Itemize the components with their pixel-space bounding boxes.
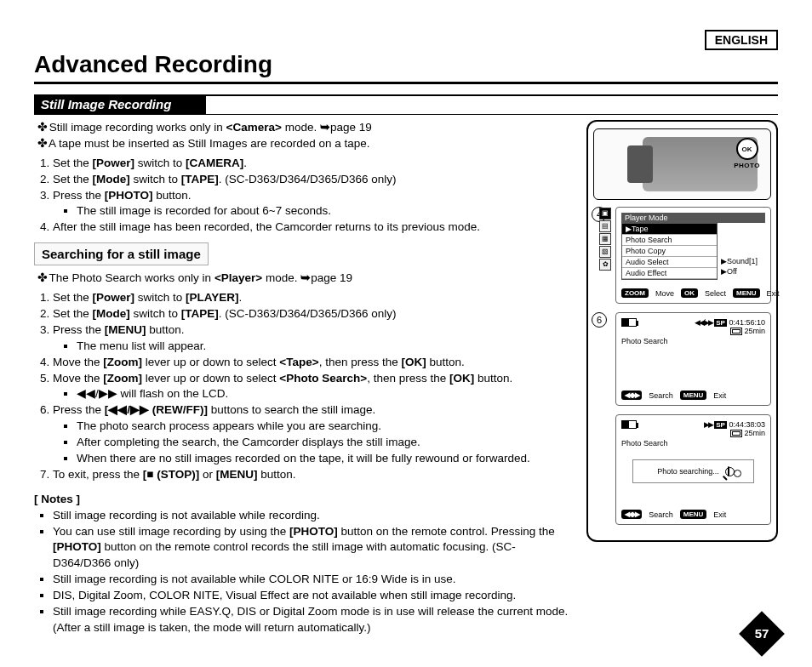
- remain-2: 25min: [744, 429, 765, 437]
- exit-label-2: Exit: [713, 510, 726, 519]
- note-3: Still image recording is not available w…: [53, 572, 574, 588]
- ok-icon: OK: [736, 138, 758, 160]
- menu-item-2: Audio Select: [622, 257, 717, 268]
- step-badge-6: 6: [592, 312, 607, 328]
- menu-icon-column: ▣ ▤ ▦ ▧ ✿: [599, 208, 615, 271]
- searching-text: Photo searching...: [657, 467, 719, 476]
- menu-item-0: Photo Search: [622, 235, 717, 246]
- notes-head: [ Notes ]: [34, 492, 574, 508]
- menu-side-values: ▶Sound[1] ▶Off: [718, 223, 765, 280]
- s6-sub2: After completing the search, the Camcord…: [77, 435, 574, 451]
- panel-search-row: ▶▶ SP 0:44:38:03 25min Photo Search Phot…: [615, 414, 771, 525]
- language-box: ENGLISH: [705, 30, 778, 50]
- sp-badge: SP: [714, 319, 727, 327]
- searching-box: Photo searching...: [632, 459, 755, 483]
- s7: To exit, press the [■ (STOP)] or [MENU] …: [53, 467, 574, 483]
- main-steps: Set the [Power] switch to [CAMERA]. Set …: [34, 156, 574, 236]
- photo-label: PHOTO: [734, 162, 760, 169]
- lead-line-1: ✤ Still image recording works only in <C…: [37, 120, 574, 136]
- search-steps: Set the [Power] switch to [PLAYER]. Set …: [34, 290, 574, 483]
- s3-sub: The menu list will appear.: [77, 339, 574, 355]
- page-badge: 57: [746, 618, 778, 650]
- rewff-pill-2: ◀◀/▶▶: [621, 510, 642, 519]
- note-2: You can use still image recording by usi…: [53, 524, 574, 573]
- side-frame: OK PHOTO 4 ▣ ▤ ▦ ▧ ✿ Player Mode ▶Tape P…: [586, 120, 778, 542]
- sub-heading: Searching for a still image: [34, 242, 209, 265]
- note-4: DIS, Digital Zoom, COLOR NITE, Visual Ef…: [53, 588, 574, 604]
- text-column: ✤ Still image recording works only in <C…: [34, 120, 574, 636]
- s4: Move the [Zoom] lever up or down to sele…: [53, 355, 574, 371]
- search-label-2: Search: [649, 510, 673, 519]
- magnifier-icon: [723, 467, 735, 479]
- step-3-sub: The still image is recorded for about 6~…: [77, 203, 574, 219]
- tape-menu-icon: ▤: [599, 220, 611, 232]
- rewff-pill: ◀◀/▶▶: [621, 391, 642, 400]
- menu-pill-2: MENU: [680, 510, 707, 519]
- timecode-1: 0:41:56:10: [729, 318, 765, 327]
- exit-label: Exit: [767, 289, 780, 298]
- s1: Set the [Power] switch to [PLAYER].: [53, 290, 574, 306]
- move-label: Move: [655, 289, 674, 298]
- menu-item-tape: ▶Tape: [622, 224, 717, 235]
- menu-bottom-bar: ZOOMMove OKSelect MENUExit: [621, 288, 765, 298]
- search-lead: ✤ The Photo Search works only in <Player…: [37, 271, 574, 287]
- s6: Press the [◀◀/▶▶ (REW/FF)] buttons to se…: [53, 402, 574, 467]
- osd-panel-1: ◀◀/▶▶ SP 0:41:56:10 25min Photo Search ◀…: [615, 312, 771, 406]
- camcorder-lens-icon: [627, 145, 653, 183]
- ff-icon: ▶▶: [704, 420, 712, 429]
- step-2: Set the [Mode] switch to [TAPE]. (SC-D36…: [53, 172, 574, 188]
- section-heading: Still Image Recording: [34, 94, 778, 115]
- side-off: ▶Off: [721, 266, 765, 276]
- notes-list: Still image recording is not available w…: [34, 508, 574, 636]
- menu-title: Player Mode: [621, 213, 765, 223]
- mem-icon: ▦: [599, 233, 611, 245]
- sidebar: OK PHOTO 4 ▣ ▤ ▦ ▧ ✿ Player Mode ▶Tape P…: [586, 120, 778, 636]
- select-label: Select: [705, 289, 726, 298]
- step-4: After the still image has been recorded,…: [53, 219, 574, 236]
- osd-panel-2: ▶▶ SP 0:44:38:03 25min Photo Search Phot…: [615, 414, 771, 525]
- sp-badge-2: SP: [714, 421, 727, 429]
- zoom-pill: ZOOM: [621, 288, 649, 298]
- tape-icon-2: [730, 430, 742, 437]
- panel-6-row: 6 ◀◀/▶▶ SP 0:41:56:10 25min Photo Search…: [615, 312, 771, 406]
- disp-icon: ▧: [599, 246, 611, 258]
- battery-icon: [621, 318, 637, 327]
- lead-line-2: ✤ A tape must be inserted as Still Image…: [37, 136, 574, 152]
- page-number: 57: [746, 626, 778, 641]
- timecode-2: 0:44:38:03: [729, 420, 765, 429]
- search-label-1: Search: [649, 391, 673, 400]
- camcorder-illustration: OK PHOTO: [593, 128, 771, 200]
- s5-sub: ◀◀/▶▶ will flash on the LCD.: [77, 386, 574, 402]
- s6-sub1: The photo search process appears while y…: [77, 419, 574, 435]
- tape-icon: [730, 328, 742, 335]
- panel-4-row: 4 ▣ ▤ ▦ ▧ ✿ Player Mode ▶Tape Photo Sear…: [615, 207, 771, 304]
- remain-1: 25min: [744, 327, 765, 335]
- menu-item-3: Audio Effect: [622, 268, 717, 279]
- battery-icon-2: [621, 420, 637, 429]
- menu-panel: ▣ ▤ ▦ ▧ ✿ Player Mode ▶Tape Photo Search…: [615, 207, 771, 304]
- note-1: Still image recording is not available w…: [53, 508, 574, 524]
- side-sound: ▶Sound[1]: [721, 256, 765, 266]
- s2: Set the [Mode] switch to [TAPE]. (SC-D36…: [53, 306, 574, 322]
- menu-item-1: Photo Copy: [622, 246, 717, 257]
- content-row: ✤ Still image recording works only in <C…: [34, 120, 778, 636]
- step-3: Press the [PHOTO] button. The still imag…: [53, 188, 574, 220]
- osd1-label: Photo Search: [621, 337, 765, 345]
- s3: Press the [MENU] button. The menu list w…: [53, 322, 574, 355]
- menu-list: ▶Tape Photo Search Photo Copy Audio Sele…: [621, 223, 718, 280]
- osd2-label: Photo Search: [621, 439, 765, 448]
- note-5: Still image recording while EASY.Q, DIS …: [53, 604, 574, 636]
- ok-pill: OK: [681, 288, 698, 298]
- page-title: Advanced Recording: [34, 51, 778, 84]
- illus-label: OK PHOTO: [734, 138, 760, 169]
- step-1: Set the [Power] switch to [CAMERA].: [53, 156, 574, 172]
- gear-icon: ✿: [599, 259, 611, 271]
- rewff-icon: ◀◀/▶▶: [695, 318, 712, 327]
- menu-body: ▶Tape Photo Search Photo Copy Audio Sele…: [621, 223, 765, 280]
- s5: Move the [Zoom] lever up or down to sele…: [53, 371, 574, 403]
- s6-sub3: When there are no still images recorded …: [77, 451, 574, 467]
- menu-pill-1: MENU: [680, 391, 707, 400]
- exit-label-1: Exit: [713, 391, 726, 400]
- menu-pill: MENU: [733, 288, 760, 298]
- cam-icon: ▣: [599, 208, 611, 219]
